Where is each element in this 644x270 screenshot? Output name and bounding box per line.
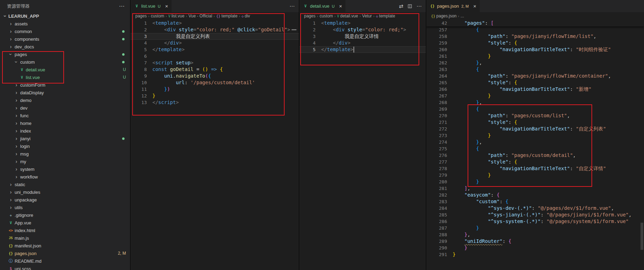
tree-item-static[interactable]: ›static (0, 181, 130, 188)
tree-item-pages.json[interactable]: {}pages.json2, M (0, 249, 130, 257)
code-line[interactable]: 7<script setup> (130, 59, 299, 66)
breadcrumb-item-Vetur[interactable]: Vetur (362, 14, 372, 18)
code-line[interactable]: 276 "path": "pages/custom/detail", (426, 152, 644, 159)
tree-item-uni.scss[interactable]: Suni.scss (0, 265, 130, 270)
tree-item-jianyi[interactable]: ›jianyi (0, 135, 130, 142)
code-line[interactable]: 271 "style": { (426, 119, 644, 126)
code-line[interactable]: 257 { (426, 26, 644, 33)
close-icon[interactable]: × (165, 3, 168, 9)
tree-item-detail.vue[interactable]: Vdetail.vueU (0, 66, 130, 73)
code-line[interactable]: 289 "uniIdRouter": { (426, 238, 644, 245)
tree-item-utils[interactable]: ›utils (0, 204, 130, 211)
tab-detail-vue[interactable]: V detail.vue U × (299, 0, 346, 12)
tree-item-login[interactable]: ›login (0, 142, 130, 150)
code-line[interactable]: 267 } (426, 93, 644, 99)
code-line[interactable]: 280 } (426, 178, 644, 185)
code-line[interactable]: 281 ], (426, 185, 644, 192)
scrollbar-thumb[interactable] (641, 223, 643, 250)
breadcrumb-item-pages[interactable]: pages (304, 14, 316, 18)
tree-item-msg[interactable]: ›msg (0, 150, 130, 158)
tree-item-App.vue[interactable]: VApp.vue (0, 219, 130, 227)
tree-item-index[interactable]: ›index (0, 127, 130, 135)
tree-item-main.js[interactable]: JSmain.js (0, 234, 130, 242)
tab-pages-json[interactable]: {} pages.json 2, M × (426, 0, 480, 12)
breadcrumb-item-custom[interactable]: custom (151, 14, 164, 18)
breadcrumb-item-pages[interactable]: pages (135, 14, 147, 18)
tree-item-unpackage[interactable]: ›unpackage (0, 196, 130, 204)
tree-item-dataDisplay[interactable]: ›dataDisplay (0, 89, 130, 96)
tree-item-custom[interactable]: ›custom (0, 58, 130, 66)
code-line[interactable]: 291} (426, 251, 644, 258)
tree-item-pages[interactable]: ›pages (0, 50, 130, 58)
code-editor-pages-json[interactable]: 42 "pages": [257 {258 "path": "pages/jia… (426, 20, 644, 270)
open-changes-icon[interactable]: ⇄ (399, 3, 403, 9)
code-line[interactable]: 272 "navigationBarTitleText": "自定义列表" (426, 126, 644, 132)
breadcrumb-item-template[interactable]: ◇template (376, 14, 395, 18)
code-line[interactable]: 287 } (426, 225, 644, 231)
code-line[interactable]: 283 "custom": { (426, 198, 644, 205)
tree-item-manifest.json[interactable]: {}manifest.json (0, 242, 130, 249)
code-line[interactable]: 13</script> (130, 99, 299, 106)
breadcrumb-item-template[interactable]: {}template (216, 14, 238, 18)
code-line[interactable]: 266 "navigationBarTitleText": "新增" (426, 86, 644, 93)
split-editor-icon[interactable] (407, 4, 412, 9)
code-line[interactable]: 277 "style": { (426, 159, 644, 165)
tree-item-dev[interactable]: ›dev (0, 104, 130, 112)
code-line[interactable]: 282 "easycom": { (426, 192, 644, 198)
breadcrumb-item-div[interactable]: ◇div (241, 14, 250, 18)
close-icon[interactable]: × (473, 3, 476, 9)
more-actions-icon[interactable]: ⋯ (289, 3, 295, 9)
tree-item-home[interactable]: ›home (0, 119, 130, 127)
code-line[interactable]: 5</template> (299, 46, 426, 53)
breadcrumb-item-pages.json[interactable]: {}pages.json (431, 14, 456, 18)
more-actions-icon[interactable]: ⋯ (119, 3, 125, 9)
code-line[interactable]: 12} (130, 93, 299, 99)
code-line[interactable]: 264 "path": "pages/jianyi/flowTime/conta… (426, 73, 644, 79)
tree-item-func[interactable]: ›func (0, 112, 130, 119)
tree-item-demo[interactable]: ›demo (0, 96, 130, 104)
code-line[interactable]: 273 } (426, 132, 644, 139)
code-line[interactable]: 1<template> (299, 20, 426, 26)
breadcrumb-item-detail.vue[interactable]: Vdetail.vue (337, 14, 358, 18)
code-line[interactable]: 286 "^sys-system-(.*)": "@/pages/system/… (426, 218, 644, 225)
code-line[interactable]: 4 </div> (299, 40, 426, 46)
breadcrumb-item-Vue---Official[interactable]: Vue - Official (189, 14, 212, 18)
code-line[interactable]: 2 <div style="color: red;"> (299, 26, 426, 33)
code-line[interactable]: 284 "^sys-dev-(.*)": "@/pages/dev/$1/for… (426, 205, 644, 212)
tree-item-components[interactable]: ›components (0, 35, 130, 43)
breadcrumb-item-custom[interactable]: custom (319, 14, 333, 18)
tree-item-README.md[interactable]: ⓘREADME.md (0, 257, 130, 265)
code-line[interactable]: 10 url: '/pages/custom/detail' (130, 79, 299, 86)
code-line[interactable]: 269 { (426, 106, 644, 112)
tree-item-customForm[interactable]: ›customForm (0, 81, 130, 89)
code-line[interactable]: 258 "path": "pages/jianyi/flowTime/list"… (426, 33, 644, 40)
tree-item-dev_docs[interactable]: ›dev_docs (0, 43, 130, 50)
code-editor-list-vue[interactable]: 1<template>2 <div style="color: red;" @c… (130, 20, 299, 270)
code-editor-detail-vue[interactable]: 1<template>2 <div style="color: red;">3 … (299, 20, 426, 270)
tree-item-workflow[interactable]: ›workflow (0, 173, 130, 181)
code-line[interactable]: 285 "^sys-jianyi-(.*)": "@/pages/jianyi/… (426, 212, 644, 218)
more-actions-icon[interactable]: ⋯ (416, 3, 422, 9)
code-line[interactable]: 290 } (426, 245, 644, 251)
code-line[interactable]: 263 { (426, 66, 644, 73)
code-line[interactable]: 259 "style": { (426, 40, 644, 46)
code-line[interactable]: 8const goDetail = () => { (130, 66, 299, 73)
code-line[interactable]: 274 }, (426, 139, 644, 145)
tree-item-assets[interactable]: ›assets (0, 20, 130, 27)
code-line[interactable]: 279 } (426, 172, 644, 178)
code-line[interactable]: 9 uni.navigateTo({ (130, 73, 299, 79)
code-line[interactable]: 11 }) (130, 86, 299, 93)
code-line[interactable]: 278 "navigationBarTitleText": "自定义详情" (426, 165, 644, 172)
code-line[interactable]: 5</template> (130, 46, 299, 53)
code-line[interactable]: 270 "path": "pages/custom/list", (426, 112, 644, 119)
code-line[interactable]: 275 { (426, 145, 644, 152)
tree-item-.gitignore[interactable]: ◆.gitignore (0, 211, 130, 219)
code-line[interactable]: 261 } (426, 53, 644, 59)
breadcrumb-item-...[interactable]: ... (461, 14, 464, 18)
tree-item-common[interactable]: ›common (0, 27, 130, 35)
code-line[interactable]: 3 我是自定义列表 (130, 33, 299, 40)
code-line[interactable]: 262 }, (426, 59, 644, 66)
code-line[interactable]: 1<template> (130, 20, 299, 26)
close-icon[interactable]: × (339, 3, 342, 9)
breadcrumb-item-list.vue[interactable]: Vlist.vue (168, 14, 184, 18)
